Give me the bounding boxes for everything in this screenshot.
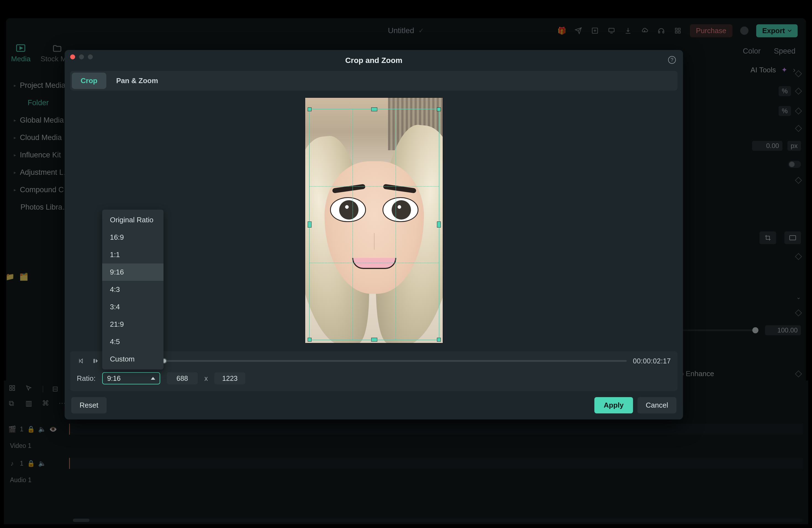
- playhead-slider[interactable]: [164, 360, 627, 362]
- crop-handle-s[interactable]: [371, 338, 377, 342]
- tab-crop[interactable]: Crop: [72, 73, 106, 89]
- ratio-option-3-4[interactable]: 3:4: [102, 298, 163, 316]
- crop-handle-n[interactable]: [371, 107, 377, 111]
- svg-rect-14: [93, 359, 95, 363]
- crop-handle-se[interactable]: [437, 338, 441, 342]
- ratio-select-value: 9:16: [107, 375, 121, 382]
- window-maximize-icon: [88, 54, 93, 59]
- ratio-option-4-5[interactable]: 4:5: [102, 333, 163, 350]
- ratio-dropdown: Original Ratio 16:9 1:1 9:16 4:3 3:4 21:…: [102, 210, 163, 369]
- step-back-icon[interactable]: [77, 357, 85, 365]
- ratio-label: Ratio:: [77, 374, 96, 383]
- ratio-option-original[interactable]: Original Ratio: [102, 211, 163, 229]
- play-pause-icon[interactable]: [91, 357, 99, 365]
- crop-handle-nw[interactable]: [308, 107, 311, 111]
- crop-and-zoom-dialog: Crop and Zoom ? Crop Pan & Zoom: [64, 50, 683, 420]
- cancel-button[interactable]: Cancel: [637, 397, 677, 413]
- crop-height-input[interactable]: 1223: [214, 372, 245, 384]
- tab-pan-and-zoom[interactable]: Pan & Zoom: [107, 73, 167, 89]
- crop-handle-sw[interactable]: [308, 338, 311, 342]
- ratio-option-21-9[interactable]: 21:9: [102, 316, 163, 333]
- window-minimize-icon: [79, 54, 84, 59]
- ratio-option-16-9[interactable]: 16:9: [102, 229, 163, 246]
- dialog-title: Crop and Zoom: [64, 50, 683, 71]
- ratio-option-4-3[interactable]: 4:3: [102, 281, 163, 298]
- ratio-option-custom[interactable]: Custom: [102, 350, 163, 368]
- chevron-up-icon: [151, 377, 155, 380]
- help-icon[interactable]: ?: [668, 56, 676, 64]
- video-preview[interactable]: [305, 98, 443, 343]
- apply-button[interactable]: Apply: [594, 397, 633, 413]
- dimension-separator: x: [204, 375, 208, 382]
- ratio-select[interactable]: 9:16 Original Ratio 16:9 1:1 9:16 4:3 3:…: [102, 372, 160, 384]
- ratio-option-1-1[interactable]: 1:1: [102, 246, 163, 263]
- window-close-icon[interactable]: [70, 54, 75, 59]
- reset-button[interactable]: Reset: [71, 397, 106, 413]
- crop-width-input[interactable]: 688: [167, 372, 198, 384]
- timecode-end: 00:00:02:17: [633, 357, 671, 365]
- ratio-option-9-16[interactable]: 9:16: [102, 263, 163, 281]
